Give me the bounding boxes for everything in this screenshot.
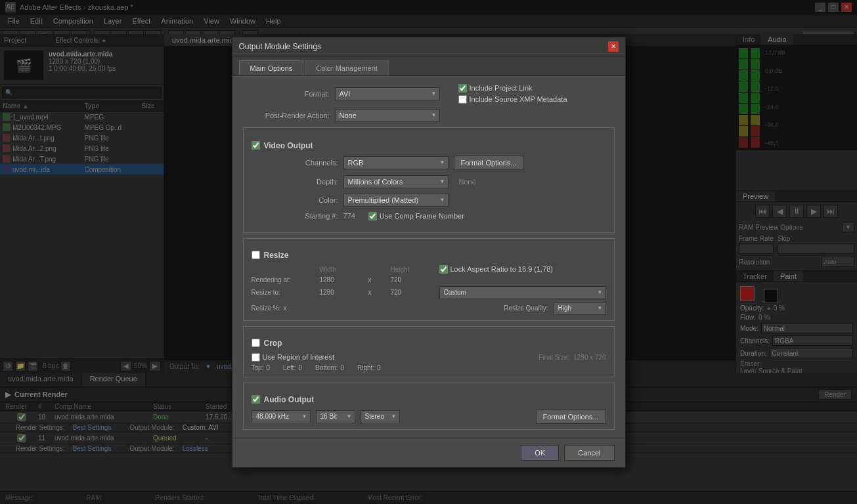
use-region-label[interactable]: Use Region of Interest bbox=[252, 353, 334, 362]
use-region-text: Use Region of Interest bbox=[263, 353, 334, 361]
bit-depth-select[interactable]: 16 Bit bbox=[316, 410, 355, 423]
channels-row: Channels: RGB Format Options... bbox=[252, 156, 606, 170]
checkboxes-area: Include Project Link Include Source XMP … bbox=[458, 84, 567, 104]
audio-output-check[interactable] bbox=[252, 395, 260, 404]
video-output-check[interactable] bbox=[252, 141, 260, 150]
resize-header: Resize bbox=[252, 251, 606, 260]
color-row: Color: Premultiplied (Matted) bbox=[252, 194, 606, 207]
height-label: Height bbox=[391, 266, 437, 273]
resize-section: Resize Width Height Lock Aspect Ratio to… bbox=[243, 238, 615, 321]
resize-pct-x: x bbox=[284, 304, 287, 312]
include-project-link-text: Include Project Link bbox=[470, 84, 533, 92]
video-format-options-btn[interactable]: Format Options... bbox=[454, 156, 524, 170]
audio-output-header: Audio Output bbox=[252, 395, 606, 404]
resize-quality-value: High bbox=[558, 304, 572, 312]
include-project-link-label[interactable]: Include Project Link bbox=[458, 84, 567, 93]
depth-value: Millions of Colors bbox=[348, 178, 403, 186]
use-region-check[interactable] bbox=[252, 353, 260, 362]
rendering-at-row: Rendering at: 1280 x 720 bbox=[252, 276, 606, 284]
dialog-title: Output Module Settings bbox=[239, 42, 321, 51]
video-output-header: Video Output bbox=[252, 141, 606, 150]
depth-none-label: None bbox=[459, 178, 476, 186]
color-control: Premultiplied (Matted) bbox=[343, 194, 606, 207]
channels-value: RGB bbox=[348, 159, 364, 167]
cancel-button[interactable]: Cancel bbox=[564, 445, 614, 461]
crop-label: Crop bbox=[264, 339, 282, 348]
depth-select[interactable]: Millions of Colors bbox=[343, 175, 449, 188]
post-render-select[interactable]: None bbox=[335, 109, 440, 122]
sample-rate-select[interactable]: 48,000 kHz bbox=[252, 410, 311, 423]
channels-audio-value: Stereo bbox=[365, 413, 384, 420]
bottom-label: Bottom: bbox=[315, 364, 338, 371]
channels-select[interactable]: RGB bbox=[343, 156, 449, 169]
rendering-at-w: 1280 bbox=[320, 276, 366, 284]
top-label: Top: bbox=[252, 364, 264, 371]
ok-button[interactable]: OK bbox=[521, 445, 559, 461]
depth-control: Millions of Colors None bbox=[343, 175, 606, 188]
final-size-value: 1280 x 720 bbox=[573, 354, 606, 361]
starting-num-label: Starting #: bbox=[252, 212, 343, 220]
color-select[interactable]: Premultiplied (Matted) bbox=[343, 194, 449, 207]
dialog-tab-main[interactable]: Main Options bbox=[239, 60, 304, 75]
dialog-title-bar: Output Module Settings ✕ bbox=[232, 37, 625, 56]
video-output-label: Video Output bbox=[264, 141, 313, 150]
right-label: Right: bbox=[357, 364, 374, 371]
use-comp-frame-check[interactable] bbox=[368, 212, 377, 220]
channels-label: Channels: bbox=[252, 159, 343, 167]
dialog-close-btn[interactable]: ✕ bbox=[608, 41, 619, 52]
channels-control: RGB Format Options... bbox=[343, 156, 606, 170]
crop-values-row: Top: 0 Left: 0 Bottom: 0 Right: 0 bbox=[252, 364, 606, 371]
include-project-link-check[interactable] bbox=[458, 84, 467, 93]
bottom-value: 0 bbox=[340, 364, 344, 371]
lock-aspect-check[interactable] bbox=[439, 265, 448, 274]
post-render-value: None bbox=[340, 112, 357, 119]
output-module-dialog: Output Module Settings ✕ Main Options Co… bbox=[232, 37, 626, 468]
resize-to-x2: x bbox=[368, 289, 388, 296]
crop-check[interactable] bbox=[252, 339, 260, 347]
audio-controls-row: 48,000 kHz 16 Bit Stereo Format Options.… bbox=[252, 410, 606, 424]
top-value: 0 bbox=[266, 364, 270, 371]
dialog-footer: OK Cancel bbox=[232, 438, 625, 467]
format-value: AVI bbox=[340, 90, 351, 98]
post-render-row: Post-Render Action: None bbox=[243, 109, 615, 122]
starting-num-value: 774 bbox=[343, 212, 355, 220]
channels-audio-select[interactable]: Stereo bbox=[361, 410, 400, 423]
resize-quality-label: Resize Quality: bbox=[504, 304, 548, 312]
rendering-at-label: Rendering at: bbox=[252, 276, 317, 284]
resize-preset-value: Custom bbox=[444, 289, 466, 296]
format-control: AVI Include Project Link Include Source … bbox=[335, 84, 615, 104]
use-comp-frame-text: Use Comp Frame Number bbox=[380, 212, 464, 220]
final-size-label: Final Size: bbox=[538, 354, 569, 361]
lock-aspect-text: Lock Aspect Ratio to 16:9 (1,78) bbox=[450, 265, 554, 273]
dialog-overlay: Output Module Settings ✕ Main Options Co… bbox=[0, 0, 857, 504]
include-source-xmp-label[interactable]: Include Source XMP Metadata bbox=[458, 95, 567, 104]
resize-preset-select[interactable]: Custom bbox=[439, 286, 606, 299]
resize-quality-select[interactable]: High bbox=[554, 302, 606, 315]
post-render-label: Post-Render Action: bbox=[243, 112, 335, 119]
include-source-xmp-text: Include Source XMP Metadata bbox=[470, 95, 567, 103]
starting-num-row: Starting #: 774 Use Comp Frame Number bbox=[252, 212, 606, 220]
bit-depth-value: 16 Bit bbox=[320, 413, 338, 420]
sample-rate-value: 48,000 kHz bbox=[256, 413, 290, 420]
left-label: Left: bbox=[283, 364, 296, 371]
dialog-tab-color[interactable]: Color Management bbox=[305, 60, 389, 75]
lock-aspect-label[interactable]: Lock Aspect Ratio to 16:9 (1,78) bbox=[439, 265, 606, 274]
resize-to-h: 720 bbox=[391, 289, 437, 296]
color-value: Premultiplied (Matted) bbox=[348, 196, 419, 204]
use-comp-frame-label[interactable]: Use Comp Frame Number bbox=[368, 212, 464, 220]
audio-format-options-btn[interactable]: Format Options... bbox=[536, 410, 606, 424]
resize-headers: Width Height Lock Aspect Ratio to 16:9 (… bbox=[252, 265, 606, 274]
resize-to-label: Resize to: bbox=[252, 289, 317, 296]
post-render-control: None bbox=[335, 109, 615, 122]
rendering-at-h: 720 bbox=[391, 276, 437, 284]
video-output-section: Video Output Channels: RGB Format Option… bbox=[243, 127, 615, 233]
resize-to-row: Resize to: 1280 x 720 Custom bbox=[252, 286, 606, 299]
starting-num-control: 774 Use Comp Frame Number bbox=[343, 212, 606, 220]
resize-pct-row: Resize %: x Resize Quality: High bbox=[252, 302, 606, 315]
format-select[interactable]: AVI bbox=[335, 87, 440, 100]
resize-check[interactable] bbox=[252, 251, 260, 259]
left-value: 0 bbox=[298, 364, 302, 371]
include-source-xmp-check[interactable] bbox=[458, 95, 467, 104]
dialog-tabs: Main Options Color Management bbox=[232, 56, 625, 76]
width-label: Width bbox=[320, 266, 366, 273]
